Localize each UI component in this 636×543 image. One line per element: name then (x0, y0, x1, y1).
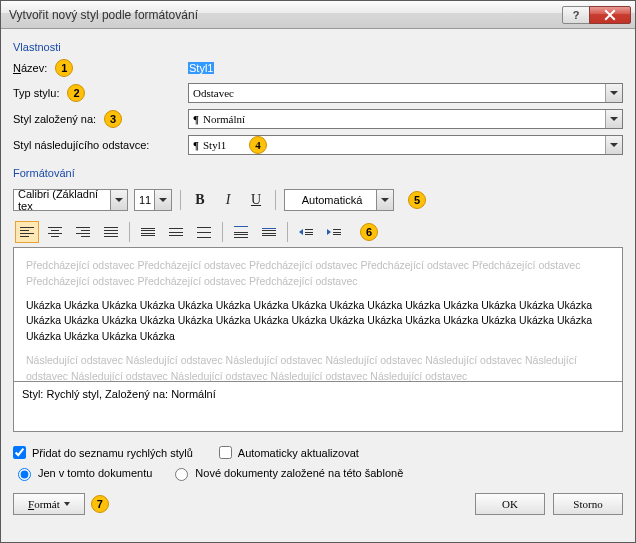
align-justify-button[interactable] (99, 221, 123, 243)
following-label: Styl následujícího odstavce: (13, 139, 149, 151)
quick-style-checkbox[interactable] (13, 446, 26, 459)
line-spacing-2-button[interactable] (192, 221, 216, 243)
dialog-window: Vytvořit nový styl podle formátování ? V… (0, 0, 636, 543)
line-spacing-1-button[interactable] (136, 221, 160, 243)
marker-4: 4 (249, 136, 267, 154)
chevron-down-icon (605, 84, 622, 102)
align-left-button[interactable] (15, 221, 39, 243)
titlebar: Vytvořit nový styl podle formátování ? (1, 1, 635, 29)
marker-5: 5 (408, 191, 426, 209)
pilcrow-icon: ¶ (193, 139, 199, 151)
marker-3: 3 (104, 110, 122, 128)
chevron-down-icon (376, 190, 393, 210)
formatting-header: Formátování (13, 167, 623, 179)
style-type-combo[interactable]: Odstavec (188, 83, 623, 103)
style-description: Styl: Rychlý styl, Založený na: Normální (13, 382, 623, 432)
auto-update-label: Automaticky aktualizovat (238, 447, 359, 459)
chevron-down-icon (110, 190, 127, 210)
this-doc-radio[interactable] (18, 468, 31, 481)
indent-left-icon (299, 229, 313, 235)
pilcrow-icon: ¶ (193, 113, 199, 125)
style-type-label: Typ stylu: (13, 87, 59, 99)
align-right-button[interactable] (71, 221, 95, 243)
close-icon (604, 9, 616, 21)
underline-button[interactable]: U (245, 189, 267, 211)
increase-indent-button[interactable] (322, 221, 346, 243)
next-paragraph: Následující odstavec Následující odstave… (26, 353, 610, 382)
based-on-label: Styl založený na: (13, 113, 96, 125)
marker-7: 7 (91, 495, 109, 513)
properties-header: Vlastnosti (13, 41, 623, 53)
ok-button[interactable]: OK (475, 493, 545, 515)
spacing-icon (141, 228, 155, 237)
this-doc-label: Jen v tomto dokumentu (38, 467, 152, 479)
para-space-icon (234, 226, 248, 238)
align-center-icon (48, 227, 62, 237)
font-combo[interactable]: Calibri (Základní tex (13, 189, 128, 211)
para-space-icon (262, 228, 276, 237)
sample-text: Ukázka Ukázka Ukázka Ukázka Ukázka Ukázk… (26, 298, 610, 345)
line-spacing-15-button[interactable] (164, 221, 188, 243)
font-size-combo[interactable]: 11 (134, 189, 172, 211)
decrease-indent-button[interactable] (294, 221, 318, 243)
quick-style-label: Přidat do seznamu rychlých stylů (32, 447, 193, 459)
italic-button[interactable]: I (217, 189, 239, 211)
prev-paragraph: Předcházející odstavec Předcházející ods… (26, 258, 610, 290)
help-button[interactable]: ? (562, 6, 590, 24)
chevron-down-icon (154, 190, 171, 210)
align-right-icon (76, 227, 90, 237)
template-radio[interactable] (175, 468, 188, 481)
auto-update-checkbox[interactable] (219, 446, 232, 459)
align-justify-icon (104, 227, 118, 237)
preview-pane: Předcházející odstavec Předcházející ods… (13, 247, 623, 382)
align-center-button[interactable] (43, 221, 67, 243)
window-title: Vytvořit nový styl podle formátování (9, 8, 563, 22)
name-label: NNázev:ázev: (13, 62, 47, 74)
close-button[interactable] (589, 6, 631, 24)
bold-button[interactable]: B (189, 189, 211, 211)
marker-2: 2 (67, 84, 85, 102)
spacing-icon (169, 228, 183, 236)
based-on-combo[interactable]: ¶ Normální (188, 109, 623, 129)
marker-6: 6 (360, 223, 378, 241)
marker-1: 1 (55, 59, 73, 77)
increase-space-before-button[interactable] (229, 221, 253, 243)
font-color-combo[interactable]: Automatická (284, 189, 394, 211)
chevron-down-icon (605, 110, 622, 128)
cancel-button[interactable]: Storno (553, 493, 623, 515)
format-button[interactable]: FFormátormát (13, 493, 85, 515)
following-combo[interactable]: ¶ Styl1 4 (188, 135, 623, 155)
template-label: Nové dokumenty založené na této šabloně (195, 467, 403, 479)
name-input[interactable]: Styl1 (188, 62, 623, 74)
align-left-icon (20, 227, 34, 237)
chevron-down-icon (605, 136, 622, 154)
indent-right-icon (327, 229, 341, 235)
spacing-icon (197, 227, 211, 238)
decrease-space-before-button[interactable] (257, 221, 281, 243)
